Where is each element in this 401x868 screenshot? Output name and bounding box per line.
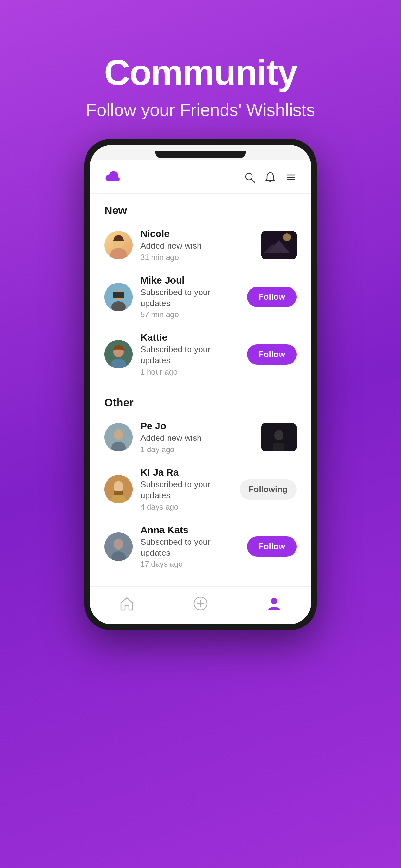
svg-rect-24 [271, 441, 287, 443]
list-item: Mike Joul Subscribed to your updates 57 … [104, 268, 297, 326]
search-icon[interactable] [244, 172, 255, 184]
phone-inner: New Nicole Added new wish [90, 145, 311, 624]
svg-point-23 [274, 430, 283, 440]
avatar [104, 231, 133, 259]
other-section: Other Pe Jo Added new wish [90, 396, 311, 575]
list-item: Anna Kats Subscribed to your updates 17 … [104, 518, 297, 576]
menu-icon[interactable] [285, 172, 297, 184]
notif-action: Added new wish [141, 433, 253, 444]
notif-info: Kattie Subscribed to your updates 1 hour… [141, 332, 239, 376]
app-header [90, 160, 311, 194]
svg-point-19 [114, 430, 123, 440]
list-item: Nicole Added new wish 31 min ago [104, 222, 297, 268]
new-section-title: New [104, 204, 297, 217]
notif-time: 57 min ago [141, 310, 239, 319]
notif-action: Subscribed to your updates [141, 537, 239, 559]
notif-action: Subscribed to your updates [141, 479, 232, 501]
svg-point-35 [271, 598, 277, 604]
notif-name: Ki Ja Ra [141, 467, 232, 478]
avatar [104, 340, 133, 368]
list-item: Ki Ja Ra Subscribed to your updates 4 da… [104, 461, 297, 518]
notif-time: 4 days ago [141, 502, 232, 512]
svg-point-0 [246, 174, 252, 180]
svg-point-10 [283, 234, 291, 241]
app-logo [104, 169, 121, 187]
hero-title: Community [86, 52, 315, 93]
follow-button[interactable]: Follow [247, 344, 297, 365]
section-divider [104, 385, 297, 386]
new-section: New Nicole Added new wish [90, 204, 311, 383]
notif-info: Ki Ja Ra Subscribed to your updates 4 da… [141, 467, 232, 512]
notifications-list: New Nicole Added new wish [90, 194, 311, 586]
svg-point-6 [110, 248, 127, 259]
hero-subtitle: Follow your Friends' Wishlists [86, 100, 315, 120]
notif-name: Nicole [141, 228, 253, 239]
notif-info: Pe Jo Added new wish 1 day ago [141, 421, 253, 454]
home-nav-button[interactable] [117, 593, 137, 614]
avatar [104, 423, 133, 452]
follow-button[interactable]: Follow [247, 536, 297, 557]
svg-rect-28 [114, 491, 123, 495]
phone-shell: New Nicole Added new wish [84, 139, 317, 630]
list-item: Pe Jo Added new wish 1 day ago [104, 414, 297, 461]
notif-time: 1 hour ago [141, 368, 239, 376]
notif-action: Subscribed to your updates [141, 344, 239, 366]
notif-info: Anna Kats Subscribed to your updates 17 … [141, 524, 239, 569]
hero-section: Community Follow your Friends' Wishlists [86, 0, 315, 139]
notch-bar [155, 151, 246, 158]
svg-line-1 [251, 179, 255, 182]
svg-point-30 [114, 538, 123, 550]
following-button[interactable]: Following [240, 479, 297, 500]
add-nav-button[interactable] [190, 593, 211, 614]
notif-time: 1 day ago [141, 445, 253, 454]
app-content: New Nicole Added new wish [90, 160, 311, 624]
profile-nav-button[interactable] [264, 593, 284, 614]
bottom-nav [90, 586, 311, 624]
follow-button[interactable]: Follow [247, 287, 297, 307]
header-icons [244, 172, 297, 184]
svg-point-26 [114, 481, 123, 492]
notif-info: Nicole Added new wish 31 min ago [141, 228, 253, 262]
list-item: Kattie Subscribed to your updates 1 hour… [104, 326, 297, 383]
notif-name: Pe Jo [141, 421, 253, 431]
notif-time: 31 min ago [141, 253, 253, 262]
other-section-title: Other [104, 396, 297, 409]
phone-notch [90, 145, 311, 160]
notification-icon[interactable] [265, 172, 276, 184]
notif-name: Kattie [141, 332, 239, 343]
notif-action: Added new wish [141, 241, 253, 252]
wish-thumbnail [261, 423, 297, 452]
avatar [104, 475, 133, 503]
notif-name: Anna Kats [141, 524, 239, 535]
wish-thumbnail [261, 231, 297, 259]
notif-info: Mike Joul Subscribed to your updates 57 … [141, 275, 239, 319]
notif-action: Subscribed to your updates [141, 287, 239, 309]
notif-time: 17 days ago [141, 560, 239, 569]
avatar [104, 532, 133, 561]
svg-rect-14 [113, 292, 124, 298]
avatar [104, 283, 133, 311]
notif-name: Mike Joul [141, 275, 239, 286]
